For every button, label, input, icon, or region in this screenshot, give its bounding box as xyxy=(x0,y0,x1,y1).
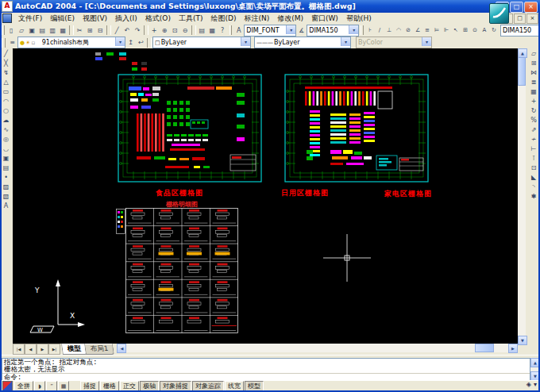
menu-8[interactable]: 标注(N) xyxy=(240,13,273,24)
menu-10[interactable]: 窗口(W) xyxy=(307,13,342,24)
cut-icon[interactable]: ✂ xyxy=(75,25,85,36)
layer-combo[interactable]: ●☀▫■ 91chinalsh布局 ▾ xyxy=(17,37,125,48)
line-icon[interactable]: ╱ xyxy=(1,48,11,58)
copy-object-icon[interactable]: ⊞ xyxy=(529,58,539,67)
aligned-dimension-icon[interactable]: ∕ xyxy=(375,25,384,36)
help-icon[interactable]: ? xyxy=(218,25,228,36)
continue-dimension-icon[interactable]: ⊩ xyxy=(442,25,451,36)
color-combo[interactable]: □ ByLayer ▾ xyxy=(152,37,251,48)
toolbar-handle[interactable] xyxy=(2,25,5,35)
drawing-vertical-scrollbar[interactable]: ▲ ▼ xyxy=(518,48,526,344)
fillet-icon[interactable]: ◝ xyxy=(529,182,539,191)
chevron-down-icon[interactable]: ▾ xyxy=(341,37,350,46)
explode-icon[interactable]: ✱ xyxy=(529,191,539,201)
break-icon[interactable]: ⊡ xyxy=(529,163,539,172)
drawing-file-icon[interactable] xyxy=(2,13,12,23)
layer-color-swatch[interactable]: ■ xyxy=(36,40,41,46)
trim-icon[interactable]: ≁ xyxy=(529,134,539,144)
close-button[interactable]: × xyxy=(524,2,538,13)
scroll-left-icon[interactable]: ◀ xyxy=(117,344,126,353)
radius-dimension-icon[interactable]: ◠ xyxy=(394,25,403,36)
zoom-previous-icon[interactable]: ⊖ xyxy=(180,25,191,36)
mirror-icon[interactable]: ⋈ xyxy=(529,67,539,77)
dim-style-box[interactable]: DIMA150 xyxy=(500,25,540,37)
dim-style-icon[interactable]: ∡ xyxy=(296,25,307,36)
quick-leader-icon[interactable]: ↖ xyxy=(451,25,461,36)
layer-properties-icon[interactable]: ≡ xyxy=(7,37,17,48)
tolerance-icon[interactable]: ⊞ xyxy=(461,25,470,36)
center-mark-icon[interactable]: ⊙ xyxy=(470,25,480,36)
chevron-down-icon[interactable]: ▾ xyxy=(241,37,250,46)
designcenter-icon[interactable]: ▦ xyxy=(207,25,218,36)
plot-preview-icon[interactable]: ▥ xyxy=(48,25,58,36)
undo-icon[interactable]: ↶ xyxy=(122,25,133,36)
chamfer-icon[interactable]: ◣ xyxy=(529,172,539,182)
arc-icon[interactable]: ◠ xyxy=(1,96,11,106)
rotate-icon[interactable]: ↻ xyxy=(529,106,539,115)
region-icon[interactable]: ▧ xyxy=(1,191,11,201)
linetype-combo[interactable]: ——— ByLayer ▾ xyxy=(254,37,351,48)
plot-icon[interactable]: ▤ xyxy=(37,25,48,36)
next-tab-icon[interactable]: ▶ xyxy=(37,344,48,355)
linear-dimension-icon[interactable]: ⊦ xyxy=(365,25,375,36)
offset-icon[interactable]: ≣ xyxy=(529,77,539,86)
move-icon[interactable]: + xyxy=(529,96,539,106)
scroll-thumb[interactable] xyxy=(518,57,526,86)
layer-freeze-icon[interactable]: ☀ xyxy=(25,40,30,46)
chevron-down-icon[interactable]: ▾ xyxy=(286,25,295,34)
make-block-icon[interactable]: ▤ xyxy=(1,163,11,172)
drawing-horizontal-scrollbar[interactable]: ◀ ▶ xyxy=(117,344,518,352)
extend-icon[interactable]: ⊢ xyxy=(529,144,539,153)
layer-on-icon[interactable]: ● xyxy=(20,40,25,46)
last-tab-icon[interactable]: ▶| xyxy=(48,344,60,355)
quick-dimension-icon[interactable]: ≡ xyxy=(422,25,432,36)
capture-tool-overlay-icon[interactable] xyxy=(489,3,509,24)
menu-4[interactable]: 插入(I) xyxy=(111,13,141,24)
dim-text-edit-icon[interactable]: A xyxy=(480,25,489,36)
layer-lock-icon[interactable]: ▫ xyxy=(31,40,35,46)
paste-icon[interactable]: ⊟ xyxy=(95,25,106,36)
zoom-realtime-icon[interactable]: ⊕ xyxy=(160,25,170,36)
publish-icon[interactable]: ▦ xyxy=(58,25,68,36)
text-style-combo[interactable]: DIM_FONT ▾ xyxy=(244,25,296,37)
menu-11[interactable]: 帮助(H) xyxy=(342,13,376,24)
menu-2[interactable]: 编辑(E) xyxy=(46,13,79,24)
mtext-icon[interactable]: A xyxy=(1,201,11,210)
new-icon[interactable]: ▯ xyxy=(6,25,17,36)
scroll-right-icon[interactable]: ▶ xyxy=(508,344,518,353)
toolbar-handle[interactable] xyxy=(2,38,6,48)
array-icon[interactable]: ▦ xyxy=(529,86,539,96)
menu-6[interactable]: 工具(T) xyxy=(175,13,207,24)
match-properties-icon[interactable]: ╱ xyxy=(112,25,122,36)
insert-block-icon[interactable]: ▣ xyxy=(1,153,11,163)
revision-cloud-icon[interactable]: ☁ xyxy=(1,115,11,125)
chevron-down-icon[interactable]: ▾ xyxy=(349,25,358,34)
save-icon[interactable]: ▣ xyxy=(27,25,37,36)
tab-layout1[interactable]: 布局1 xyxy=(84,344,114,355)
rectangle-icon[interactable]: ▭ xyxy=(1,86,11,96)
drawing-area[interactable]: 食品区棚格图 日用区棚格图 家电区棚格图 棚格明细图 YXW xyxy=(13,48,518,344)
stretch-icon[interactable]: ⇗ xyxy=(529,125,539,134)
scroll-down-icon[interactable]: ▼ xyxy=(518,336,527,345)
first-tab-icon[interactable]: |◀ xyxy=(13,344,25,355)
ellipse-arc-icon[interactable]: ◡ xyxy=(1,144,11,153)
polyline-icon[interactable]: ↯ xyxy=(1,67,11,77)
menu-5[interactable]: 格式(O) xyxy=(141,13,175,24)
diameter-dimension-icon[interactable]: ⊘ xyxy=(403,25,413,36)
menu-7[interactable]: 绘图(D) xyxy=(206,13,240,24)
point-icon[interactable]: • xyxy=(1,172,11,182)
text-style-icon[interactable]: A xyxy=(233,25,244,36)
properties-icon[interactable]: ▤ xyxy=(197,25,207,36)
copy-icon[interactable]: ⊞ xyxy=(85,25,95,36)
circle-icon[interactable]: ○ xyxy=(1,106,11,115)
doc-close-button[interactable]: × xyxy=(526,13,538,24)
hatch-icon[interactable]: ▨ xyxy=(1,182,11,191)
command-window[interactable]: 指定第一个角点: 指定对角点: 栅格太密，无法显示 命令: xyxy=(2,358,530,381)
toolbar-handle[interactable] xyxy=(361,25,364,35)
dim-update-icon[interactable]: ↻ xyxy=(489,25,499,36)
ellipse-icon[interactable]: ◎ xyxy=(1,134,11,144)
construction-line-icon[interactable]: ╳ xyxy=(1,58,11,67)
dim-style-combo[interactable]: DIMA150 ▾ xyxy=(307,25,359,37)
menu-9[interactable]: 修改(M) xyxy=(273,13,307,24)
erase-icon[interactable]: ▱ xyxy=(529,48,539,58)
